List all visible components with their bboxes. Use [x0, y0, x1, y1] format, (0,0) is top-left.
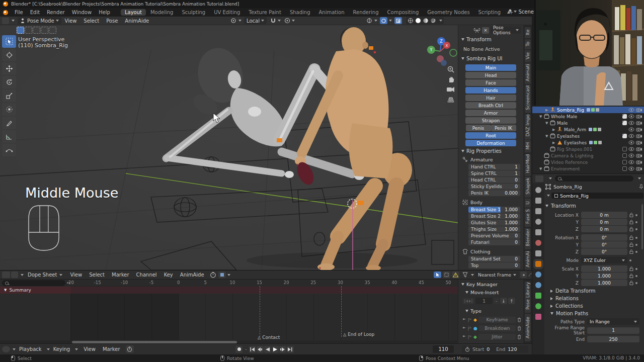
properties-tab[interactable] [535, 272, 541, 278]
rig-property-slider[interactable]: Top0 [468, 262, 520, 268]
outliner-row[interactable]: Rig Shapes.001 ✓ [532, 146, 644, 152]
outliner-item-label[interactable]: Sombra_Rig [557, 108, 584, 113]
rig-layer-button[interactable]: Hair [465, 95, 516, 101]
workspace-tab[interactable]: Sculpting [178, 9, 209, 16]
lock-icon[interactable] [629, 235, 633, 240]
expand-icon[interactable]: ▶ [552, 128, 557, 132]
play-reverse-button[interactable] [264, 346, 271, 353]
hide-eye-icon[interactable] [628, 147, 634, 151]
disable-render-camera-icon[interactable] [636, 134, 642, 138]
shading-wireframe-icon[interactable] [408, 18, 414, 24]
disable-render-camera-icon[interactable] [636, 127, 642, 132]
shading-solid-icon[interactable] [415, 18, 421, 24]
rig-layer-button[interactable]: Penis [466, 125, 491, 131]
outliner-item-label[interactable]: Camera & Lighting [551, 153, 593, 158]
move-insert-header[interactable]: Move-Insert [462, 290, 523, 295]
timeline-ruler[interactable]: ↔ -20-15-10-505101520253035404550 [0, 280, 532, 286]
value-field[interactable]: 1 [587, 327, 639, 334]
jump-keys-buttons[interactable] [462, 298, 474, 304]
outliner-item-label[interactable]: Male [557, 121, 568, 126]
collapsed-panel-header[interactable]: Delta Transform [550, 288, 643, 294]
end-value[interactable]: 120 [508, 346, 517, 352]
value-field[interactable]: 0 m [581, 219, 627, 225]
hide-eye-icon[interactable] [628, 108, 634, 112]
sidebar-tab[interactable]: HairMod [525, 154, 531, 176]
rig-ui-section-header[interactable]: Sombra Rig UI [458, 56, 523, 61]
rotate-tool-button[interactable] [2, 76, 16, 88]
snap-magnet-icon[interactable] [270, 18, 276, 24]
menu-render[interactable]: Render [43, 9, 68, 16]
animate-dot[interactable] [635, 268, 637, 270]
properties-tab[interactable] [535, 303, 541, 309]
rig-property-slider[interactable]: Thighs Size1.000 [468, 226, 520, 232]
animate-dot[interactable] [635, 275, 637, 277]
outliner-item-label[interactable]: Eyelashes [564, 140, 587, 145]
disable-render-camera-icon[interactable] [636, 140, 642, 145]
proportional-edit-icon[interactable] [284, 18, 290, 24]
annotate-tool-button[interactable] [2, 117, 16, 129]
sidebar-tab[interactable]: Animati [525, 63, 531, 84]
sidebar-tab[interactable]: Blender [525, 228, 531, 249]
sidebar-tab[interactable]: Screencast [525, 85, 531, 113]
outliner-item-label[interactable]: Rig Shapes.001 [557, 147, 592, 152]
disable-render-camera-icon[interactable] [636, 147, 642, 151]
rig-layer-button[interactable]: Root [465, 132, 516, 139]
properties-tab[interactable] [535, 293, 541, 299]
rig-property-slider[interactable]: Hand CTRL1 [468, 164, 520, 170]
properties-tab[interactable] [535, 198, 541, 204]
lock-icon[interactable] [629, 242, 633, 247]
rig-layer-button[interactable]: Main [465, 64, 516, 71]
filter-funnel-icon[interactable] [462, 272, 468, 278]
timeline-marker-contact[interactable]: Contact [258, 335, 280, 340]
sidebar-tab[interactable]: AnimAi [525, 250, 531, 270]
exclude-checkbox[interactable]: ✓ [622, 134, 627, 138]
menu-window[interactable]: Window [68, 9, 95, 16]
lock-icon[interactable] [629, 274, 633, 278]
animate-dot[interactable] [635, 214, 637, 216]
blender-menu-icon[interactable] [3, 10, 8, 15]
hide-eye-icon[interactable] [628, 121, 634, 125]
outliner-item-label[interactable]: Environment [551, 166, 580, 171]
properties-tab[interactable] [535, 314, 541, 320]
disable-render-camera-icon[interactable] [636, 166, 642, 171]
sidebar-tab[interactable]: Vie [525, 50, 531, 62]
value-field[interactable]: 250 [587, 336, 639, 342]
workspace-tab[interactable]: Modeling [146, 9, 178, 16]
jump-end-button[interactable] [287, 346, 294, 353]
record-button[interactable] [235, 346, 243, 353]
sidebar-tab[interactable]: Ite [525, 27, 531, 38]
hide-eye-icon[interactable] [628, 166, 634, 171]
outliner-row[interactable]: ▶ Eyelashes ✓ [532, 139, 644, 146]
sidebar-tab[interactable]: Shapek [525, 177, 531, 198]
zoom-view-icon[interactable] [447, 65, 455, 73]
collapsed-panel-header[interactable]: Collections [550, 303, 643, 309]
channel-search-input[interactable] [2, 280, 65, 286]
menu-help[interactable]: Help [95, 9, 114, 16]
workspace-tab[interactable]: Rendering [349, 9, 382, 16]
animate-dot[interactable] [635, 244, 637, 246]
sidebar-tab[interactable]: DAZ Impo [525, 114, 531, 139]
auto-keying-icon[interactable] [126, 345, 134, 353]
expand-icon[interactable]: ▼ [539, 115, 544, 119]
only-selected-icon[interactable] [443, 272, 450, 278]
outliner-row[interactable]: ▼ Whole Male ✓ [532, 113, 644, 120]
snap-keys-icon[interactable] [218, 272, 226, 278]
lock-icon[interactable] [629, 220, 633, 224]
start-value[interactable]: 0 [487, 346, 490, 352]
menu-edit[interactable]: Edit [27, 9, 43, 16]
lock-icon[interactable] [629, 249, 633, 254]
insert-down-button[interactable]: ↓ [500, 298, 507, 304]
timeline-marker-endofloop[interactable]: End of Loop [343, 332, 374, 337]
flag-icon[interactable] [462, 318, 466, 322]
expand-icon[interactable]: ▼ [545, 121, 550, 125]
timeline-editor-icon[interactable] [2, 346, 10, 352]
hide-eye-icon[interactable] [628, 127, 634, 132]
trash-icon[interactable] [517, 326, 521, 331]
dope-sheet-mode-icon[interactable] [11, 272, 18, 278]
outliner-row[interactable]: ▼ Eyelashes ✓ [532, 133, 644, 139]
outliner-row[interactable]: Camera & Lighting ✓ [532, 152, 644, 159]
stopwatch-icon[interactable] [210, 272, 216, 278]
animate-dot[interactable] [635, 237, 637, 239]
pose-options-dropdown[interactable]: Pose Options [491, 27, 521, 34]
transform-section-header[interactable]: Transform [458, 37, 523, 42]
